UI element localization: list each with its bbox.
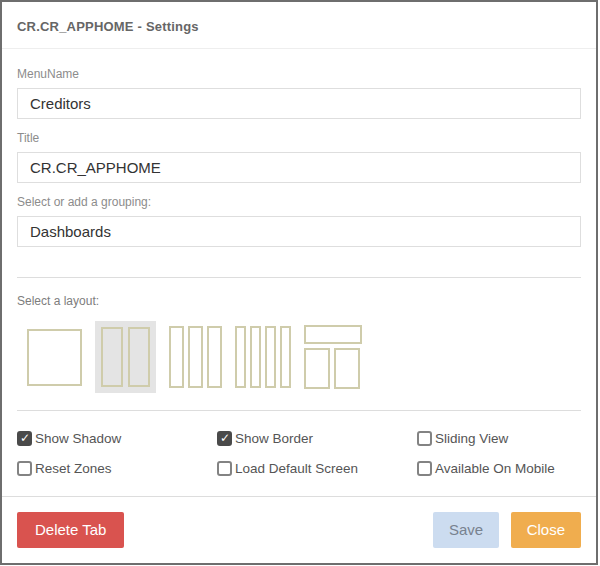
- footer-right-buttons: Save Close: [433, 512, 581, 548]
- checkbox-grid: Show Shadow Show Border Sliding View Res…: [17, 431, 581, 476]
- available-on-mobile-label: Available On Mobile: [435, 461, 555, 476]
- layout-three-columns-icon: [188, 326, 203, 388]
- show-shadow-checkbox[interactable]: Show Shadow: [17, 431, 217, 446]
- reset-zones-checkbox[interactable]: Reset Zones: [17, 461, 217, 476]
- load-default-screen-checkbox[interactable]: Load Default Screen: [217, 461, 417, 476]
- reset-zones-label: Reset Zones: [35, 461, 112, 476]
- delete-tab-button[interactable]: Delete Tab: [17, 512, 124, 548]
- dialog-header: CR.CR_APPHOME - Settings: [2, 2, 596, 49]
- layout-header-row-icon: [304, 325, 362, 344]
- layout-three-columns-icon: [207, 326, 222, 388]
- close-button[interactable]: Close: [511, 512, 581, 548]
- layout-four-columns-icon: [250, 326, 261, 388]
- save-button[interactable]: Save: [433, 512, 499, 548]
- layout-four-columns-icon: [280, 326, 291, 388]
- layout-section-label: Select a layout:: [17, 294, 581, 308]
- grouping-label: Select or add a grouping:: [17, 195, 581, 209]
- show-border-label: Show Border: [235, 431, 313, 446]
- menu-name-label: MenuName: [17, 67, 581, 81]
- layout-option-header-two-columns[interactable]: [304, 325, 362, 389]
- show-shadow-checkbox-box[interactable]: [17, 431, 32, 446]
- layout-option-three-columns[interactable]: [169, 326, 222, 388]
- available-on-mobile-checkbox-box[interactable]: [417, 461, 432, 476]
- show-border-checkbox-box[interactable]: [217, 431, 232, 446]
- menu-name-input[interactable]: [17, 88, 581, 119]
- load-default-screen-label: Load Default Screen: [235, 461, 358, 476]
- sliding-view-checkbox[interactable]: Sliding View: [417, 431, 581, 446]
- title-input[interactable]: [17, 152, 581, 183]
- layout-options-row: [27, 318, 581, 396]
- title-label: Title: [17, 131, 581, 145]
- layout-option-two-columns[interactable]: [95, 321, 156, 393]
- reset-zones-checkbox-box[interactable]: [17, 461, 32, 476]
- load-default-screen-checkbox-box[interactable]: [217, 461, 232, 476]
- dialog-title: CR.CR_APPHOME - Settings: [17, 19, 199, 34]
- dialog-footer: Delete Tab Save Close: [2, 496, 596, 563]
- layout-option-four-columns[interactable]: [235, 326, 291, 388]
- sliding-view-checkbox-box[interactable]: [417, 431, 432, 446]
- grouping-input[interactable]: [17, 216, 581, 247]
- sliding-view-label: Sliding View: [435, 431, 508, 446]
- layout-two-columns-icon: [101, 327, 123, 387]
- layout-section-divider: [17, 277, 581, 278]
- checkbox-section-divider: [17, 410, 581, 411]
- layout-option-one-column[interactable]: [27, 329, 82, 386]
- layout-four-columns-icon: [235, 326, 246, 388]
- available-on-mobile-checkbox[interactable]: Available On Mobile: [417, 461, 581, 476]
- layout-three-columns-icon: [169, 326, 184, 388]
- dialog-body: MenuName Title Select or add a grouping:…: [2, 49, 596, 496]
- layout-header-columns-icon: [304, 348, 362, 389]
- settings-dialog: CR.CR_APPHOME - Settings MenuName Title …: [0, 0, 598, 565]
- show-border-checkbox[interactable]: Show Border: [217, 431, 417, 446]
- layout-four-columns-icon: [265, 326, 276, 388]
- layout-two-columns-icon: [128, 327, 150, 387]
- layout-one-column-icon: [27, 329, 82, 386]
- show-shadow-label: Show Shadow: [35, 431, 121, 446]
